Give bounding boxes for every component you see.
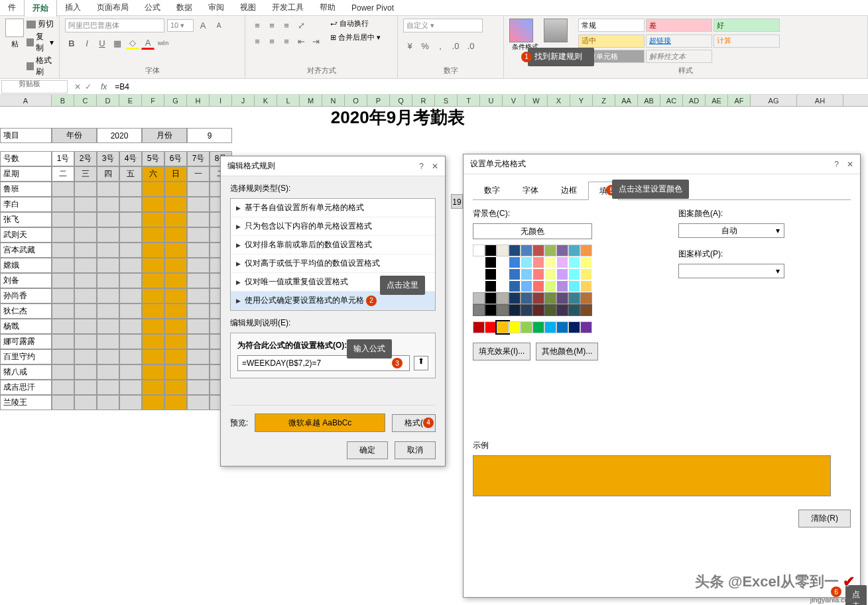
col-hdr[interactable]: B [52, 95, 74, 106]
tab-border[interactable]: 边框 [550, 181, 588, 199]
rule-type-item[interactable]: 基于各自值设置所有单元格的格式 [231, 199, 435, 217]
paste-button[interactable]: 粘 [5, 19, 24, 78]
tab-number[interactable]: 数字 [473, 181, 511, 199]
range-selector-icon[interactable]: ⬆ [414, 356, 428, 370]
tab-layout[interactable]: 页面布局 [89, 0, 137, 16]
tab-file[interactable]: 件 [0, 0, 24, 16]
italic-button[interactable]: I [80, 36, 93, 50]
other-colors-button[interactable]: 其他颜色(M)... [536, 343, 598, 360]
name-cell[interactable]: 娜可露露 [0, 334, 52, 349]
cell-project[interactable]: 项目 [0, 128, 52, 143]
name-cell[interactable]: 宫本武藏 [0, 243, 52, 258]
name-cell[interactable]: 李白 [0, 197, 52, 212]
font-size-dropdown[interactable]: 10 ▾ [167, 19, 194, 32]
rule-type-item[interactable]: 只为包含以下内容的单元格设置格式 [231, 217, 435, 236]
underline-button[interactable]: U [95, 36, 109, 50]
formula-input[interactable] [111, 81, 868, 93]
tab-powerpivot[interactable]: Power Pivot [343, 1, 402, 15]
rule-type-item[interactable]: 仅对排名靠前或靠后的数值设置格式 [231, 236, 435, 254]
style-explain[interactable]: 解释性文本 [646, 50, 712, 63]
align-center-icon[interactable]: ≡ [265, 34, 279, 48]
standard-color-grid[interactable] [473, 321, 592, 333]
inc-decimal-icon[interactable]: .0 [449, 39, 462, 52]
name-cell[interactable]: 鲁班 [0, 182, 52, 197]
orientation-icon[interactable]: ⤢ [294, 19, 308, 32]
indent-inc-icon[interactable]: ⇥ [309, 34, 322, 48]
close-icon[interactable]: ✕ [432, 162, 438, 171]
dec-decimal-icon[interactable]: .0 [464, 39, 477, 52]
pattern-color-dropdown[interactable]: 自动▾ [678, 223, 784, 238]
comma-icon[interactable]: , [434, 39, 447, 52]
fill-color-button[interactable]: ◇ [126, 36, 139, 50]
fx-icon[interactable]: fx [97, 82, 111, 91]
dialog-titlebar[interactable]: 编辑格式规则 ?✕ [221, 156, 445, 176]
bold-button[interactable]: B [65, 36, 78, 50]
cell-week[interactable]: 星期 [0, 166, 52, 182]
name-cell[interactable]: 成吉思汗 [0, 380, 52, 395]
align-mid-icon[interactable]: ≡ [265, 19, 279, 32]
cut-button[interactable]: 剪切 [27, 19, 54, 30]
close-icon[interactable]: ✕ [847, 160, 853, 169]
tab-help[interactable]: 帮助 [312, 0, 343, 16]
name-cell[interactable]: 杨戬 [0, 319, 52, 334]
currency-icon[interactable]: ¥ [403, 39, 416, 52]
clear-button[interactable]: 清除(R) [798, 510, 851, 527]
name-cell[interactable]: 猪八戒 [0, 364, 52, 380]
style-neutral[interactable]: 适中 [578, 34, 645, 48]
font-name-dropdown[interactable]: 阿里巴巴普惠体 [65, 19, 164, 32]
no-color-button[interactable]: 无颜色 [473, 223, 592, 239]
style-good[interactable]: 好 [713, 19, 780, 32]
style-link[interactable]: 超链接 [646, 34, 712, 48]
name-cell[interactable]: 武则天 [0, 227, 52, 243]
decrease-font-icon[interactable]: A [212, 19, 225, 32]
tab-insert[interactable]: 插入 [57, 0, 89, 16]
pattern-style-dropdown[interactable]: ▾ [678, 264, 784, 278]
cancel-button[interactable]: 取消 [395, 441, 436, 459]
tab-dev[interactable]: 开发工具 [264, 0, 312, 16]
tab-font[interactable]: 字体 [511, 181, 550, 199]
theme-color-grid[interactable] [473, 245, 592, 316]
name-cell[interactable]: 张飞 [0, 212, 52, 227]
format-button[interactable]: 格式( 4 [392, 414, 436, 432]
tab-data[interactable]: 数据 [168, 0, 200, 16]
name-cell[interactable]: 嫦娥 [0, 258, 52, 273]
indent-dec-icon[interactable]: ⇤ [294, 34, 308, 48]
format-painter-button[interactable]: 格式刷 [27, 55, 54, 78]
tab-home[interactable]: 开始 [24, 0, 57, 17]
col-A[interactable]: A [0, 95, 52, 106]
tab-review[interactable]: 审阅 [200, 0, 232, 16]
style-bad[interactable]: 差 [646, 19, 712, 32]
ok-button[interactable]: 确定 [347, 441, 388, 459]
help-icon[interactable]: ? [419, 162, 424, 171]
help-icon[interactable]: ? [834, 160, 839, 169]
name-cell[interactable]: 兰陵王 [0, 395, 52, 410]
rule-type-item[interactable]: 仅对高于或低于平均值的数值设置格式 [231, 254, 435, 273]
dialog2-titlebar[interactable]: 设置单元格格式 ?✕ [464, 154, 860, 174]
align-left-icon[interactable]: ≡ [251, 34, 264, 48]
style-calc[interactable]: 计算 [713, 34, 780, 48]
tab-formula[interactable]: 公式 [137, 0, 168, 16]
cancel-formula-icon[interactable]: ✕ [74, 82, 81, 91]
border-button[interactable]: ▦ [111, 36, 124, 50]
align-top-icon[interactable]: ≡ [251, 19, 264, 32]
increase-font-icon[interactable]: A [196, 19, 210, 32]
cell-num[interactable]: 号数 [0, 151, 52, 166]
wrap-text-button[interactable]: ⮐ 自动换行 [330, 19, 381, 28]
enter-formula-icon[interactable]: ✓ [85, 82, 92, 91]
align-right-icon[interactable]: ≡ [280, 34, 293, 48]
copy-button[interactable]: 复制 ▾ [27, 31, 54, 54]
font-color-button[interactable]: A [141, 36, 155, 50]
cell-remnant[interactable]: 19 [451, 194, 463, 209]
fill-effects-button[interactable]: 填充效果(I)... [473, 343, 530, 360]
percent-icon[interactable]: % [418, 39, 432, 52]
merge-center-button[interactable]: ⊞ 合并后居中 ▾ [330, 32, 381, 42]
phonetic-button[interactable]: wén [156, 36, 170, 50]
number-format-dropdown[interactable]: 自定义 ▾ [403, 19, 483, 32]
align-bot-icon[interactable]: ≡ [280, 19, 293, 32]
name-cell[interactable]: 孙尚香 [0, 288, 52, 303]
cell-styles-gallery[interactable]: 常规 差 好 适中 超链接 计算 检查单元格 解释性文本 [578, 19, 790, 64]
tab-view[interactable]: 视图 [232, 0, 264, 16]
name-cell[interactable]: 百里守约 [0, 349, 52, 364]
name-cell[interactable]: 刘备 [0, 273, 52, 288]
style-normal[interactable]: 常规 [578, 19, 645, 32]
